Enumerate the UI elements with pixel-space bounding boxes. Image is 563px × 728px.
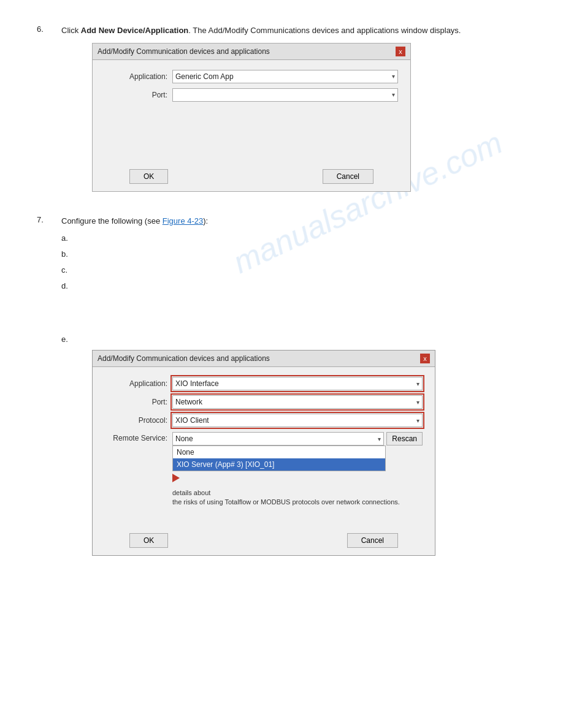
dialog-1-ok-button[interactable]: OK [129, 169, 168, 184]
dialog-2-title: Add/Modify Communication devices and app… [98, 354, 270, 363]
list-item: c. [61, 262, 526, 278]
dialog-1-application-row: Application: Generic Com App ▾ [105, 70, 398, 83]
dialog-1-port-label: Port: [105, 91, 172, 99]
step-7: 7. Configure the following (see Figure 4… [37, 215, 526, 568]
dialog-1-title: Add/Modify Communication devices and app… [98, 47, 270, 56]
dialog-1-application-value: Generic Com App [175, 72, 234, 81]
step-6-bold: Add New Device/Application [81, 26, 189, 35]
warning-text-pre: details about [172, 489, 210, 496]
dialog-2-protocol-row: Protocol: XIO Client ▾ [105, 414, 423, 427]
dialog-2-port-row: Port: Network ▾ [105, 395, 423, 409]
dialog-1-close[interactable]: x [396, 47, 405, 56]
dialog-2-close[interactable]: x [420, 354, 430, 363]
dialog-2-cancel-button[interactable]: Cancel [347, 533, 398, 548]
list-item-e: e. [61, 335, 526, 344]
dialog-1-application-field[interactable]: Generic Com App ▾ [172, 70, 398, 83]
dialog-1-footer: OK Cancel [93, 162, 410, 191]
step-7-number: 7. [37, 215, 61, 568]
dialog-2-application-value: XIO Interface [175, 379, 219, 388]
chevron-down-icon: ▾ [392, 73, 395, 80]
arrow-indicator [172, 474, 423, 482]
dialog-2-protocol-field[interactable]: XIO Client ▾ [172, 414, 423, 427]
step-7-post: ): [203, 216, 208, 226]
list-item: a. [61, 230, 526, 246]
chevron-down-icon-4: ▾ [416, 399, 419, 406]
dialog-1-cancel-button[interactable]: Cancel [323, 169, 373, 184]
list-item: d. [61, 278, 526, 294]
step-7-sublist: a. b. c. d. [61, 230, 526, 294]
dialog-2-protocol-value: XIO Client [175, 416, 209, 425]
service-dropdown-value: None [175, 434, 193, 443]
dialog-2-titlebar: Add/Modify Communication devices and app… [93, 351, 435, 367]
figure-4-23-link[interactable]: Figure 4-23 [163, 216, 203, 226]
dialog-1-titlebar: Add/Modify Communication devices and app… [93, 44, 410, 60]
dialog-2-body: Application: XIO Interface ▾ Port: Netwo… [93, 367, 435, 526]
dialog-2: Add/Modify Communication devices and app… [92, 350, 435, 556]
chevron-down-icon-2: ▾ [392, 91, 395, 98]
dialog-1: Add/Modify Communication devices and app… [92, 43, 411, 192]
dialog-2-service-right: None ▾ Rescan None XIO Server (App# 3) [… [172, 432, 423, 507]
dialog-2-port-value: Network [175, 398, 202, 406]
dropdown-option-xio[interactable]: XIO Server (App# 3) [XIO_01] [173, 458, 385, 471]
step-6-text: Click Add New Device/Application. The Ad… [61, 25, 526, 37]
dialog-2-application-label: Application: [105, 379, 172, 388]
dialog-2-application-row: Application: XIO Interface ▾ [105, 377, 423, 390]
dialog-1-port-row: Port: ▾ [105, 88, 398, 102]
chevron-down-icon-5: ▾ [416, 417, 419, 424]
chevron-down-icon-6: ▾ [378, 436, 381, 442]
dialog-1-port-field[interactable]: ▾ [172, 88, 398, 102]
dialog-2-port-label: Port: [105, 398, 172, 406]
dialog-2-footer: OK Cancel [93, 526, 435, 555]
dialog-2-port-field[interactable]: Network ▾ [172, 395, 423, 409]
warning-text: details about the risks of using Totalfl… [172, 488, 423, 507]
step-6-content: Click Add New Device/Application. The Ad… [61, 25, 526, 204]
step-7-text: Configure the following (see Figure 4-23… [61, 215, 526, 227]
list-item: b. [61, 246, 526, 262]
step-7-content: Configure the following (see Figure 4-23… [61, 215, 526, 568]
service-dropdown-list: None XIO Server (App# 3) [XIO_01] [172, 446, 386, 471]
dropdown-option-none[interactable]: None [173, 446, 385, 458]
step-6-number: 6. [37, 25, 61, 204]
step-7-pre: Configure the following (see [61, 216, 163, 226]
step-6-post: . The Add/Modify Communications devices … [188, 26, 461, 35]
dialog-2-service-dropdown[interactable]: None ▾ [172, 432, 384, 446]
chevron-down-icon-3: ▾ [416, 381, 419, 387]
dialog-2-service-label: Remote Service: [105, 432, 172, 442]
warning-text-body: the risks of using Totalflow or MODBUS p… [172, 498, 400, 506]
step-6-pre: Click [61, 26, 81, 35]
rescan-button[interactable]: Rescan [386, 432, 423, 446]
service-input-row: None ▾ Rescan [172, 432, 423, 446]
dialog-1-body: Application: Generic Com App ▾ Port: ▾ [93, 60, 410, 162]
red-arrow-icon [172, 474, 180, 482]
dialog-2-protocol-label: Protocol: [105, 416, 172, 425]
step-7-e: e. [61, 335, 526, 344]
dialog-2-application-field[interactable]: XIO Interface ▾ [172, 377, 423, 390]
dialog-2-service-row: Remote Service: None ▾ Rescan None [105, 432, 423, 507]
dialog-2-ok-button[interactable]: OK [129, 533, 168, 548]
dialog-1-application-label: Application: [105, 72, 172, 81]
step-6: 6. Click Add New Device/Application. The… [37, 25, 526, 204]
